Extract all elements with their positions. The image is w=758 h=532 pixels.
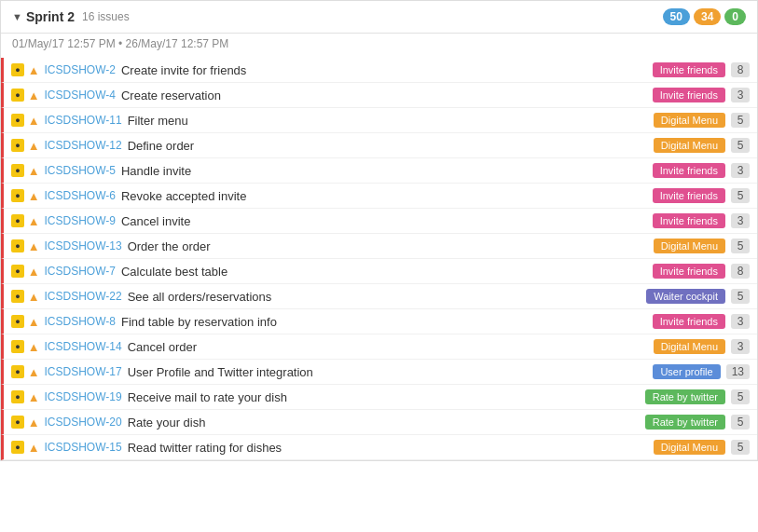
issue-points: 3 — [731, 88, 750, 102]
table-row: ● ▲ ICSDSHOW-5 Handle invite Invite frie… — [1, 158, 757, 184]
issue-points: 8 — [731, 62, 750, 77]
priority-icon: ▲ — [28, 290, 40, 304]
issue-label[interactable]: User profile — [653, 364, 720, 379]
issue-points: 5 — [731, 188, 750, 203]
priority-icon: ▲ — [28, 265, 40, 279]
issue-key[interactable]: ICSDSHOW-11 — [45, 114, 122, 127]
priority-icon: ▲ — [28, 114, 40, 128]
issue-label[interactable]: Invite friends — [653, 213, 725, 228]
sprint-badge-1: 34 — [694, 8, 721, 25]
table-row: ● ▲ ICSDSHOW-15 Read twitter rating for … — [1, 435, 757, 460]
issue-title: Handle invite — [121, 164, 645, 178]
issue-title: Order the order — [128, 239, 646, 253]
issue-key[interactable]: ICSDSHOW-17 — [45, 365, 122, 378]
issue-label[interactable]: Waiter cockpit — [646, 289, 725, 304]
issue-points: 8 — [731, 264, 750, 279]
issue-label[interactable]: Invite friends — [653, 314, 725, 329]
issue-key[interactable]: ICSDSHOW-9 — [45, 214, 116, 227]
table-row: ● ▲ ICSDSHOW-11 Filter menu Digital Menu… — [1, 108, 757, 133]
issue-points: 5 — [731, 440, 750, 455]
issue-label[interactable]: Digital Menu — [654, 113, 725, 128]
issue-points: 3 — [731, 339, 750, 354]
issue-key[interactable]: ICSDSHOW-7 — [45, 265, 116, 278]
story-icon: ● — [11, 365, 24, 378]
issue-key[interactable]: ICSDSHOW-12 — [45, 139, 122, 152]
issue-points: 5 — [731, 415, 750, 430]
issue-key[interactable]: ICSDSHOW-20 — [45, 416, 122, 429]
issue-key[interactable]: ICSDSHOW-13 — [45, 239, 122, 252]
story-icon: ● — [11, 416, 24, 429]
table-row: ● ▲ ICSDSHOW-17 User Profile and Twitter… — [1, 360, 757, 385]
issue-points: 5 — [731, 113, 750, 128]
issue-key[interactable]: ICSDSHOW-2 — [45, 63, 116, 76]
sprint-issues-count: 16 issues — [82, 10, 663, 23]
issue-title: See all orders/reservations — [128, 290, 640, 304]
table-row: ● ▲ ICSDSHOW-13 Order the order Digital … — [1, 234, 757, 259]
priority-icon: ▲ — [28, 89, 40, 102]
issue-label[interactable]: Invite friends — [653, 62, 725, 77]
issue-title: Cancel invite — [121, 214, 645, 228]
story-icon: ● — [11, 63, 24, 76]
issue-points: 13 — [726, 364, 750, 379]
priority-icon: ▲ — [28, 239, 40, 253]
issue-title: Cancel order — [128, 340, 646, 354]
table-row: ● ▲ ICSDSHOW-22 See all orders/reservati… — [1, 284, 757, 309]
story-icon: ● — [11, 214, 24, 227]
issue-label[interactable]: Rate by twitter — [645, 389, 725, 404]
issue-title: Find table by reservation info — [121, 315, 645, 329]
priority-icon: ▲ — [28, 189, 40, 203]
priority-icon: ▲ — [28, 340, 40, 354]
story-icon: ● — [11, 114, 24, 127]
issue-key[interactable]: ICSDSHOW-14 — [45, 340, 122, 353]
issue-label[interactable]: Digital Menu — [654, 239, 725, 253]
issue-key[interactable]: ICSDSHOW-5 — [45, 164, 116, 177]
issue-label[interactable]: Digital Menu — [654, 339, 725, 354]
priority-icon: ▲ — [28, 63, 40, 77]
table-row: ● ▲ ICSDSHOW-8 Find table by reservation… — [1, 309, 757, 334]
issue-title: Define order — [128, 139, 646, 153]
issue-points: 3 — [731, 163, 750, 178]
priority-icon: ▲ — [28, 315, 40, 329]
sprint-toggle-icon[interactable]: ▼ — [12, 11, 22, 22]
issue-title: Calculate best table — [121, 265, 645, 279]
table-row: ● ▲ ICSDSHOW-4 Create reservation Invite… — [1, 83, 757, 108]
sprint-header: ▼ Sprint 2 16 issues 50340 — [1, 1, 757, 34]
issue-title: Filter menu — [128, 114, 646, 128]
story-icon: ● — [11, 441, 24, 454]
table-row: ● ▲ ICSDSHOW-14 Cancel order Digital Men… — [1, 334, 757, 360]
issue-title: Revoke accepted invite — [121, 189, 645, 203]
issue-key[interactable]: ICSDSHOW-6 — [45, 189, 116, 202]
issue-key[interactable]: ICSDSHOW-22 — [45, 290, 122, 303]
story-icon: ● — [11, 89, 24, 102]
issue-label[interactable]: Invite friends — [653, 163, 725, 178]
issue-label[interactable]: Invite friends — [653, 264, 725, 279]
sprint-badges: 50340 — [663, 8, 746, 25]
story-icon: ● — [11, 315, 24, 328]
issue-label[interactable]: Digital Menu — [654, 138, 725, 153]
issue-label[interactable]: Invite friends — [653, 88, 725, 102]
sprint-container: ▼ Sprint 2 16 issues 50340 01/May/17 12:… — [0, 0, 758, 461]
issue-points: 5 — [731, 289, 750, 304]
issue-key[interactable]: ICSDSHOW-15 — [45, 441, 122, 454]
issue-label[interactable]: Digital Menu — [654, 440, 725, 455]
issue-title: Create invite for friends — [121, 63, 645, 77]
story-icon: ● — [11, 164, 24, 177]
table-row: ● ▲ ICSDSHOW-19 Receive mail to rate you… — [1, 385, 757, 410]
issue-label[interactable]: Rate by twitter — [645, 415, 725, 430]
table-row: ● ▲ ICSDSHOW-6 Revoke accepted invite In… — [1, 184, 757, 209]
sprint-dates: 01/May/17 12:57 PM • 26/May/17 12:57 PM — [1, 34, 757, 58]
priority-icon: ▲ — [28, 441, 40, 455]
issue-label[interactable]: Invite friends — [653, 188, 725, 203]
story-icon: ● — [11, 340, 24, 353]
story-icon: ● — [11, 390, 24, 403]
table-row: ● ▲ ICSDSHOW-7 Calculate best table Invi… — [1, 259, 757, 284]
priority-icon: ▲ — [28, 416, 40, 430]
issue-key[interactable]: ICSDSHOW-19 — [45, 390, 122, 403]
issue-title: User Profile and Twitter integration — [128, 365, 646, 379]
sprint-badge-2: 0 — [724, 8, 746, 25]
issue-points: 5 — [731, 239, 750, 253]
issue-key[interactable]: ICSDSHOW-4 — [45, 89, 116, 102]
priority-icon: ▲ — [28, 139, 40, 153]
issue-key[interactable]: ICSDSHOW-8 — [45, 315, 116, 328]
issue-title: Create reservation — [121, 89, 645, 102]
